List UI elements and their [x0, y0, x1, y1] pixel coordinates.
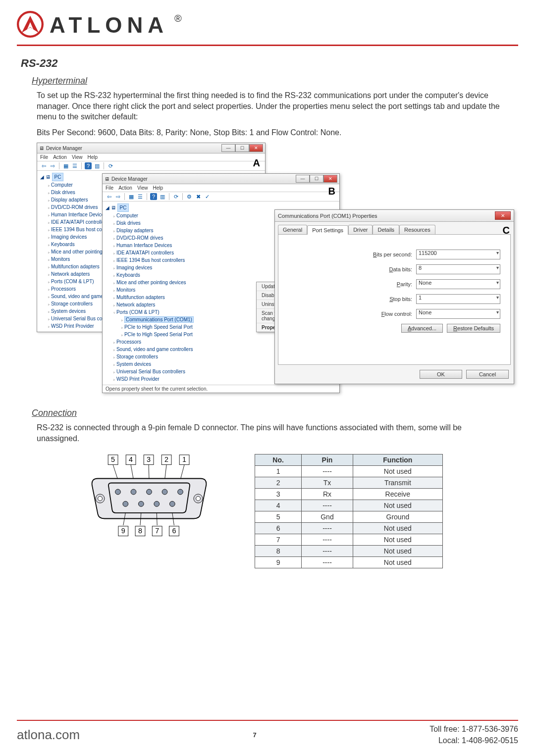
status-bar: Opens property sheet for the current sel… [103, 385, 339, 393]
menu-help[interactable]: Help [87, 154, 98, 160]
tree-root-icon: ◢ 🖥 [40, 174, 52, 180]
window-title: Device Manager [46, 146, 82, 151]
tree-root[interactable]: PC [52, 173, 64, 181]
tree-root[interactable]: PC [117, 203, 129, 212]
toolbar-icon[interactable]: ▦ [128, 193, 135, 200]
svg-point-27 [123, 501, 128, 506]
callout-b: B [328, 186, 335, 197]
svg-line-14 [131, 464, 133, 480]
cancel-button[interactable]: Cancel [466, 370, 509, 379]
refresh-icon[interactable]: ⟳ [172, 193, 179, 200]
callout-c: C [503, 225, 510, 236]
forward-icon[interactable]: ⇨ [49, 162, 56, 169]
subheading-connection: Connection [32, 408, 518, 418]
ok-button[interactable]: OK [420, 370, 462, 379]
svg-text:7: 7 [155, 527, 159, 535]
toolbar-icon[interactable]: ▥ [94, 162, 101, 169]
svg-point-22 [115, 489, 121, 495]
svg-text:1: 1 [182, 455, 186, 463]
table-row: 9----Not used [255, 556, 443, 568]
back-icon[interactable]: ⇦ [106, 193, 112, 200]
tab-general[interactable]: General [278, 225, 307, 234]
dialog-title: Communications Port (COM1) Properties [278, 213, 377, 219]
select-stopbits[interactable]: 1 [416, 294, 500, 304]
toolbar-icon[interactable]: ▥ [159, 193, 166, 200]
svg-text:2: 2 [164, 455, 168, 463]
table-row: 1----Not used [255, 465, 443, 477]
advanced-button[interactable]: Advanced... [401, 324, 443, 333]
menu-action[interactable]: Action [53, 154, 67, 160]
menu-view[interactable]: View [137, 185, 148, 191]
toolbar-icon[interactable]: ✓ [204, 193, 211, 200]
intro-paragraph-2: Bits Per Second: 9600, Data Bits: 8, Par… [37, 127, 503, 138]
svg-point-25 [162, 489, 167, 495]
toolbar-icon[interactable]: ▦ [62, 162, 69, 169]
logo-text: ATLONA [50, 13, 168, 38]
minimize-button[interactable]: — [221, 144, 235, 152]
window-icon: 🖥 [105, 176, 109, 182]
svg-point-21 [196, 496, 201, 501]
subheading-hyperterminal: Hyperterminal [32, 76, 518, 86]
connection-paragraph: RS-232 is connected through a 9-pin fema… [37, 422, 503, 444]
svg-text:3: 3 [147, 455, 151, 463]
label-flow: Flow control: [355, 311, 412, 317]
menu-action[interactable]: Action [118, 185, 132, 191]
label-stopbits: Stop bits: [355, 296, 412, 302]
close-button[interactable]: ✕ [323, 175, 337, 183]
toolbar-icon[interactable]: ☰ [137, 193, 144, 200]
tab-details[interactable]: Details [373, 225, 399, 234]
toolbar-icon[interactable]: ✖ [195, 193, 202, 200]
footer-website: atlona.com [17, 727, 80, 743]
menu-help[interactable]: Help [153, 185, 163, 191]
svg-point-19 [98, 496, 103, 501]
logo-icon [17, 11, 44, 40]
window-icon: 🖥 [39, 146, 44, 151]
table-row: 7----Not used [255, 534, 443, 545]
tab-resources[interactable]: Resources [399, 225, 435, 234]
toolbar-icon[interactable]: ☰ [71, 162, 78, 169]
close-button[interactable]: ✕ [249, 144, 263, 152]
help-icon[interactable]: ? [150, 193, 157, 200]
close-button[interactable]: ✕ [495, 211, 511, 220]
table-row: 2TxTransmit [255, 477, 443, 488]
back-icon[interactable]: ⇦ [40, 162, 47, 169]
svg-point-23 [131, 489, 136, 495]
pin-table: No. Pin Function 1----Not used2TxTransmi… [255, 454, 443, 568]
svg-line-15 [149, 464, 149, 480]
restore-defaults-button[interactable]: Restore Defaults [447, 324, 500, 333]
svg-line-13 [113, 464, 118, 480]
th-no: No. [255, 454, 302, 465]
maximize-button[interactable]: ☐ [235, 144, 249, 152]
intro-paragraph-1: To set up the RS-232 hyperterminal the f… [37, 90, 503, 122]
refresh-icon[interactable]: ⟳ [107, 162, 114, 169]
table-row: 3RxReceive [255, 488, 443, 500]
svg-point-29 [154, 501, 160, 506]
db9-diagram: 5 4 3 2 1 [91, 454, 225, 541]
svg-point-26 [178, 489, 183, 495]
window-title: Device Manager [111, 176, 148, 182]
svg-point-28 [138, 501, 144, 506]
table-row: 5GndGround [255, 511, 443, 522]
forward-icon[interactable]: ⇨ [114, 193, 121, 200]
help-icon[interactable]: ? [85, 162, 92, 169]
menu-file[interactable]: File [106, 185, 113, 191]
menu-file[interactable]: File [40, 154, 48, 160]
header-divider [17, 45, 518, 46]
select-parity[interactable]: None [416, 279, 500, 289]
select-flowcontrol[interactable]: None [416, 309, 500, 319]
tree-root-icon: ◢ 🖥 [106, 205, 117, 210]
th-function: Function [353, 454, 442, 465]
svg-line-17 [180, 464, 184, 480]
footer-tollfree: Toll free: 1-877-536-3976 [429, 724, 518, 735]
table-row: 4----Not used [255, 500, 443, 511]
th-pin: Pin [302, 454, 353, 465]
select-databits[interactable]: 8 [416, 264, 500, 274]
menu-view[interactable]: View [72, 154, 83, 160]
tab-driver[interactable]: Driver [348, 225, 373, 234]
tab-port-settings[interactable]: Port Settings [307, 225, 348, 235]
toolbar-icon[interactable]: ⚙ [186, 193, 193, 200]
maximize-button[interactable]: ☐ [310, 175, 323, 183]
svg-point-30 [169, 501, 175, 506]
minimize-button[interactable]: — [296, 175, 310, 183]
select-bps[interactable]: 115200 [416, 250, 500, 259]
